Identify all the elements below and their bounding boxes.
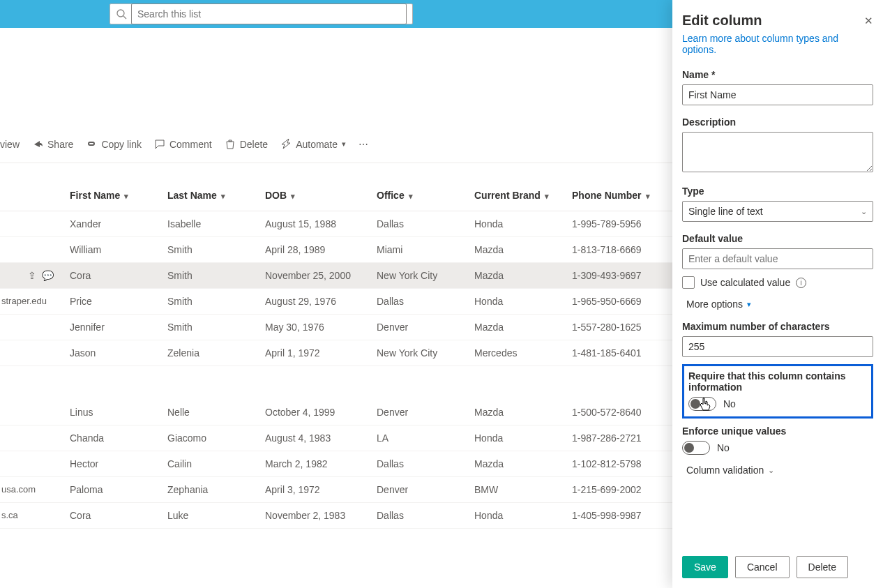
cell-dob: April 28, 1989 [258,237,370,263]
type-label: Type [682,186,873,197]
chevron-down-icon: ⌄ [861,207,867,216]
email-fragment: s.ca [0,510,18,520]
cell-dob: April 1, 1972 [258,340,370,366]
cell-first-name: Cora [70,270,91,281]
require-label: Require that this column contains inform… [688,370,867,393]
cell-last-name: Cailin [160,451,258,476]
email-fragment: straper.edu [0,296,47,306]
cell-phone: 1-215-699-2002 [565,476,677,502]
cell-brand: Mazda [467,263,565,289]
cancel-button[interactable]: Cancel [735,556,790,578]
cell-first-name: Hector [70,458,98,469]
max-chars-input[interactable] [682,336,873,357]
cell-brand: Mazda [467,237,565,263]
cell-phone: 1-481-185-6401 [565,340,677,366]
edit-column-panel: Edit column ✕ Learn more about column ty… [672,0,883,588]
cell-office: Dallas [370,502,467,528]
cell-first-name: William [70,244,101,255]
default-value-input[interactable] [682,248,873,269]
cell-brand: BMW [467,476,565,502]
use-calculated-label: Use calculated value [700,277,790,288]
svg-line-1 [123,16,126,19]
cell-first-name: Xander [70,218,101,229]
description-input[interactable] [682,132,873,172]
require-info-section: Require that this column contains inform… [682,364,873,419]
cell-first-name: Jason [70,347,96,359]
cell-brand: Honda [467,502,565,528]
delete-button[interactable]: Delete [225,139,268,150]
chevron-down-icon: ▾ [747,300,751,309]
share-button[interactable]: Share [32,139,73,150]
cell-last-name: Luke [160,502,258,528]
save-button[interactable]: Save [682,556,728,578]
cell-dob: August 15, 1988 [258,211,370,237]
cell-dob: May 30, 1976 [258,315,370,340]
cell-phone: 1-813-718-6669 [565,237,677,263]
cell-brand: Mercedes [467,340,565,366]
cell-phone: 1-987-286-2721 [565,425,677,451]
comment-icon[interactable]: 💬 [42,270,54,281]
chevron-down-icon: ⌄ [768,466,774,475]
cell-office: Dallas [370,289,467,315]
col-last-name[interactable]: Last Name▾ [160,183,258,211]
search-input[interactable] [131,3,407,24]
col-phone-number[interactable]: Phone Number▾ [565,183,677,211]
info-icon[interactable]: i [796,278,806,288]
learn-more-link[interactable]: Learn more about column types and option… [682,33,873,55]
automate-button[interactable]: Automate▾ [280,139,346,150]
description-label: Description [682,116,873,128]
require-value: No [723,398,736,409]
cell-office: Dallas [370,211,467,237]
close-icon[interactable]: ✕ [864,15,873,27]
cell-first-name: Jennifer [70,322,105,333]
col-first-name[interactable]: First Name▾ [0,183,160,211]
cell-dob: November 25, 2000 [258,263,370,289]
cell-phone: 1-309-493-9697 [565,263,677,289]
use-calculated-checkbox[interactable] [682,276,695,289]
more-options-expander[interactable]: More options ▾ [686,299,873,310]
cell-last-name: Zelenia [160,340,258,366]
col-current-brand[interactable]: Current Brand▾ [467,183,565,211]
cell-phone: 1-557-280-1625 [565,315,677,340]
comment-button[interactable]: Comment [154,139,212,150]
cell-dob: March 2, 1982 [258,451,370,476]
panel-delete-button[interactable]: Delete [797,556,848,578]
cell-last-name: Isabelle [160,211,258,237]
cell-brand: Honda [467,211,565,237]
cell-office: New York City [370,340,467,366]
cell-office: Dallas [370,451,467,476]
cell-brand: Mazda [467,315,565,340]
cell-office: LA [370,425,467,451]
cell-last-name: Smith [160,289,258,315]
cell-brand: Mazda [467,400,565,425]
panel-footer: Save Cancel Delete [682,545,873,588]
col-dob[interactable]: DOB▾ [258,183,370,211]
more-button[interactable]: ⋯ [359,139,368,150]
cell-brand: Honda [467,425,565,451]
cell-dob: November 2, 1983 [258,502,370,528]
cell-phone: 1-995-789-5956 [565,211,677,237]
column-validation-expander[interactable]: Column validation ⌄ [686,465,873,476]
require-toggle[interactable] [688,397,716,411]
cell-dob: April 3, 1972 [258,476,370,502]
cell-phone: 1-405-998-9987 [565,502,677,528]
copy-link-button[interactable]: Copy link [86,139,142,150]
unique-toggle[interactable] [682,441,710,455]
cell-phone: 1-500-572-8640 [565,400,677,425]
cell-last-name: Zephania [160,476,258,502]
cell-last-name: Giacomo [160,425,258,451]
search-box[interactable] [110,3,413,24]
share-icon[interactable]: ⇪ [28,270,36,281]
col-office[interactable]: Office▾ [370,183,467,211]
cell-phone: 1-965-950-6669 [565,289,677,315]
cell-first-name: Cora [70,510,91,521]
name-input[interactable] [682,84,873,105]
max-chars-label: Maximum number of characters [682,321,873,332]
cell-office: New York City [370,263,467,289]
view-partial-label[interactable]: view [0,139,20,150]
cell-brand: Mazda [467,451,565,476]
svg-point-0 [117,10,124,17]
panel-title: Edit column [682,13,762,29]
type-select[interactable]: Single line of text ⌄ [682,201,873,222]
search-icon [116,8,127,20]
